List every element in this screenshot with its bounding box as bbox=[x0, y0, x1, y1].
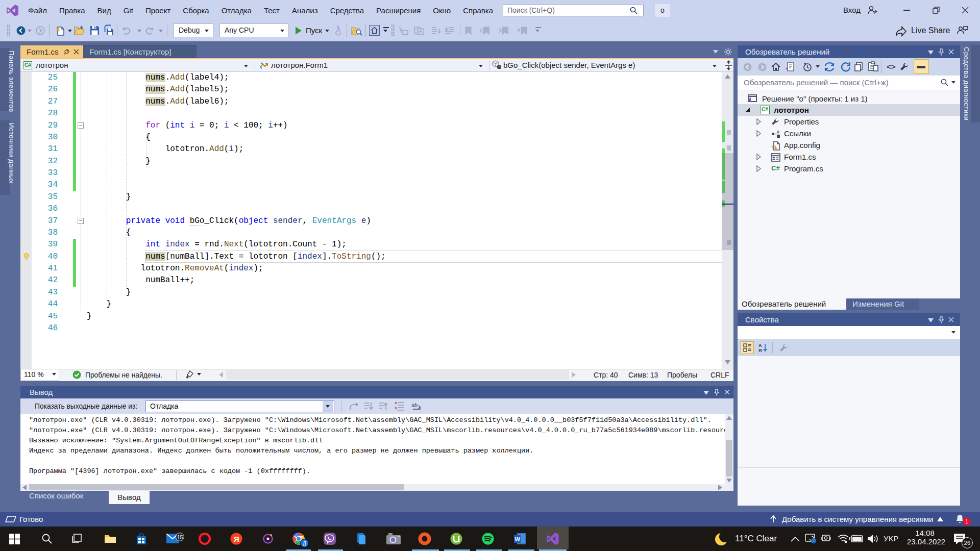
svg-text:Я: Я bbox=[758, 348, 762, 353]
svg-text:А: А bbox=[758, 343, 762, 348]
svg-text:W: W bbox=[515, 536, 521, 542]
svg-text:ab: ab bbox=[411, 402, 418, 408]
svg-text:Я: Я bbox=[234, 535, 239, 543]
